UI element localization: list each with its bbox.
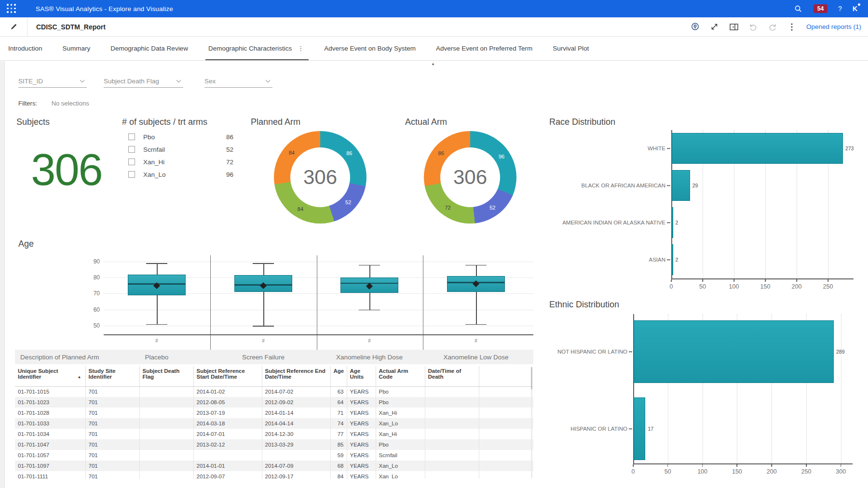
table-cell: 2012-08-05 [193, 397, 262, 408]
search-icon[interactable] [793, 4, 803, 13]
filter-dropdown-subject-death-flag[interactable]: Subject Death Flag [104, 75, 183, 88]
table-row[interactable]: 01-701-10237012012-08-052012-09-0264YEAR… [15, 397, 533, 408]
table-cell: 2014-03-18 [193, 418, 262, 429]
table-row[interactable]: 01-701-10287012013-07-192014-01-1471YEAR… [15, 408, 533, 418]
bar-black-or-african-american[interactable] [672, 170, 690, 201]
column-header-date-time-of-death[interactable]: Date/Time of Death [425, 366, 479, 386]
checkbox-scrnfail[interactable] [128, 146, 135, 153]
bar-value-label: 17 [648, 426, 653, 432]
undo-icon[interactable] [748, 22, 758, 32]
tab-demographic-data-review[interactable]: Demographic Data Review [110, 37, 188, 60]
table-cell: 01-701-1057 [15, 450, 85, 461]
tab-bar: IntroductionSummaryDemographic Data Revi… [0, 37, 868, 61]
tab-menu-icon[interactable]: ⋮ [298, 45, 304, 52]
report-insights-icon[interactable] [691, 22, 700, 32]
tab-demographic-characteristics[interactable]: Demographic Characteristics⋮ [208, 37, 304, 60]
table-row[interactable]: 01-701-105770159YEARSScrnfail [15, 450, 533, 461]
tab-adverse-event-on-body-system[interactable]: Adverse Event on Body System [324, 37, 416, 60]
filter-dropdown-site-id[interactable]: SITE_ID [18, 75, 87, 88]
measure-label: # [368, 338, 371, 343]
column-header-subject-reference-end-date-time[interactable]: Subject Reference End Date/Time [262, 366, 330, 386]
table-row[interactable]: 01-701-10337012014-03-182014-04-1474YEAR… [15, 418, 533, 429]
category-tick [629, 351, 632, 352]
bar-hispanic-or-latino[interactable] [634, 397, 645, 460]
x-tick-label: 50 [699, 283, 706, 290]
table-cell: 701 [85, 429, 139, 439]
ethnic-title: Ethnic Distribution [549, 300, 619, 310]
sort-ascending-icon: ▲ [78, 375, 81, 379]
y-tick-label: 50 [85, 322, 100, 329]
table-cell: 701 [85, 397, 139, 408]
table-row[interactable]: 01-701-11117012012-09-072012-09-1784YEAR… [15, 471, 533, 479]
table-cell: 68 [330, 461, 347, 471]
help-icon[interactable]: ? [838, 5, 842, 13]
filters-summary: Filters: No selections [18, 100, 89, 107]
column-header-actual-arm-code[interactable]: Actual Arm Code [376, 366, 425, 386]
column-header-unique-subject-identifier[interactable]: Unique Subject Identifier▲ [15, 366, 85, 386]
x-tick-label: 100 [697, 468, 707, 475]
table-row[interactable]: 01-701-10977012014-01-012014-07-0968YEAR… [15, 461, 533, 471]
table-cell [139, 471, 193, 479]
bar-american-indian-or-alaska-native[interactable] [672, 207, 673, 238]
checkbox-xan_hi[interactable] [128, 158, 135, 165]
trt-list-item: Pbo86 [128, 131, 233, 143]
whisker-upper [263, 263, 264, 275]
edit-pencil-icon[interactable] [9, 22, 18, 32]
redo-icon[interactable] [768, 22, 777, 32]
category-separator [210, 255, 211, 364]
whisker-cap-max [146, 263, 167, 264]
filters-value: No selections [52, 100, 89, 107]
column-header-age[interactable]: Age [330, 366, 347, 386]
collapse-caret-icon[interactable]: ▲ [431, 62, 435, 66]
x-tick-label: 0 [632, 468, 635, 475]
x-tick-label: 300 [836, 468, 846, 475]
column-header-subject-death-flag[interactable]: Subject Death Flag [139, 366, 193, 386]
filter-dropdown-sex[interactable]: Sex [204, 75, 272, 88]
table-cell [425, 408, 479, 418]
table-scrollbar-thumb[interactable] [531, 367, 532, 389]
table-row[interactable]: 01-701-10157012014-01-022014-07-0263YEAR… [15, 386, 533, 397]
table-row[interactable]: 01-701-10347012014-07-012014-12-3077YEAR… [15, 429, 533, 439]
chevron-down-icon [176, 78, 181, 83]
table-cell: 01-701-1033 [15, 418, 85, 429]
x-tick-label: 150 [760, 283, 771, 290]
table-cell: 2014-01-14 [262, 408, 330, 418]
app-switcher-icon[interactable] [7, 4, 16, 13]
notifications-badge[interactable]: 54 [814, 4, 827, 13]
opened-reports-link[interactable]: Opened reports (1) [806, 23, 861, 30]
checkbox-xan_lo[interactable] [128, 171, 135, 178]
bar-not-hispanic-or-latino[interactable] [634, 320, 834, 383]
table-cell: Xan_Hi [376, 408, 425, 418]
column-header-subject-reference-start-date-time[interactable]: Subject Reference Start Date/Time [193, 366, 262, 386]
table-cell: YEARS [347, 461, 376, 471]
bar-asian[interactable] [672, 244, 673, 275]
panel-toggle-icon[interactable] [729, 22, 739, 32]
table-cell [139, 429, 193, 439]
column-header-study-site-identifier[interactable]: Study Site Identifier [85, 366, 139, 386]
table-cell: YEARS [347, 397, 376, 408]
x-tick-mark [702, 464, 703, 467]
actual-arm-donut[interactable]: 96527286306 [424, 131, 516, 224]
tab-introduction[interactable]: Introduction [8, 37, 42, 60]
planned-arm-donut[interactable]: 86528484306 [274, 131, 366, 224]
maximize-icon[interactable] [710, 22, 719, 32]
donut-segment-label: 96 [499, 154, 504, 159]
checkbox-pbo[interactable] [128, 133, 135, 140]
subjects-table: Unique Subject Identifier▲Study Site Ide… [15, 366, 533, 479]
table-row[interactable]: 01-701-10477012013-02-122013-03-2985YEAR… [15, 439, 533, 450]
tab-survival-plot[interactable]: Survival Plot [553, 37, 589, 60]
trt-item-label: Xan_Hi [143, 158, 164, 166]
tab-adverse-event-on-preferred-term[interactable]: Adverse Event on Preferred Term [436, 37, 532, 60]
column-header-age-units[interactable]: Age Units [347, 366, 376, 386]
table-cell [193, 450, 262, 461]
tab-summary[interactable]: Summary [63, 37, 91, 60]
gridline [841, 314, 841, 463]
trt-list-item: Scrnfail52 [128, 144, 233, 155]
more-options-icon[interactable] [787, 22, 797, 32]
user-avatar[interactable]: K [853, 5, 860, 13]
x-tick-mark [667, 464, 668, 467]
table-cell: 701 [85, 450, 139, 461]
category-label: BLACK OR AFRICAN AMERICAN [556, 183, 665, 188]
bar-white[interactable] [672, 133, 843, 164]
table-cell: Xan_Hi [376, 429, 425, 439]
